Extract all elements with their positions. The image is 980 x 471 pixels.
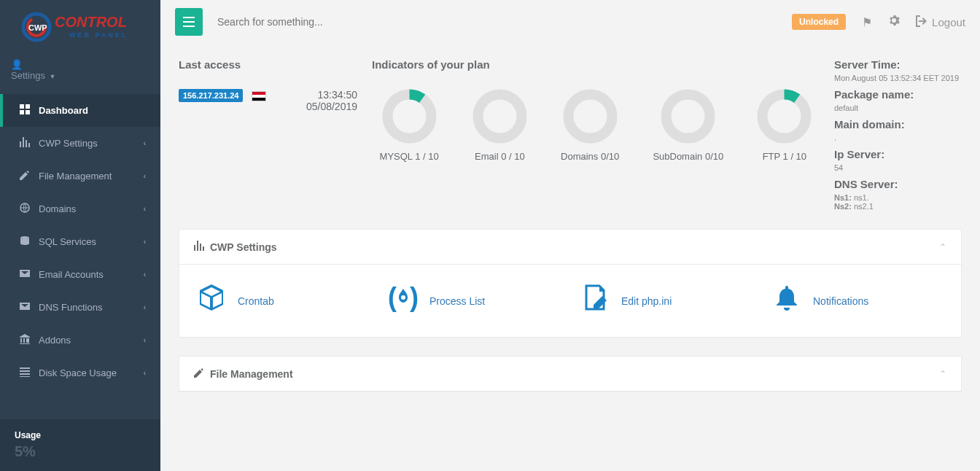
indicators-panel: Indicators of your plan MYSQL 1 / 10Emai…	[372, 58, 820, 211]
mail-icon	[18, 301, 31, 314]
server-time-label: Server Time:	[834, 58, 962, 71]
chevron-left-icon: ‹	[144, 238, 146, 246]
sidebar-item-cwp-settings[interactable]: CWP Settings‹	[0, 127, 160, 160]
gear-icon[interactable]	[888, 15, 900, 29]
indicator-ftp: FTP 1 / 10	[757, 89, 812, 162]
sidebar-item-label: DNS Functions	[39, 302, 102, 313]
mail-icon	[18, 268, 31, 281]
logout-link[interactable]: Logout	[916, 15, 965, 29]
sidebar-item-label: Disk Space Usage	[39, 367, 117, 378]
chart-icon	[194, 241, 204, 253]
chevron-left-icon: ‹	[144, 139, 146, 147]
package-label: Package name:	[834, 88, 962, 101]
ip-server-value: 54	[834, 163, 962, 172]
indicator-email: Email 0 / 10	[472, 89, 527, 162]
file-management-section: File Management ⌃	[179, 356, 962, 392]
chevron-left-icon: ‹	[144, 270, 146, 279]
topbar: Unlocked ⚑ Logout	[160, 0, 980, 44]
indicator-label: MYSQL 1 / 10	[380, 151, 439, 162]
search-input[interactable]	[217, 16, 792, 28]
fire-icon: ()	[386, 283, 421, 319]
bell-icon	[769, 283, 804, 319]
chevron-left-icon: ‹	[144, 205, 146, 213]
sidebar-item-label: File Management	[39, 171, 112, 182]
grid-icon	[18, 104, 31, 117]
svg-text:): )	[410, 283, 419, 312]
sidebar-item-email-accounts[interactable]: Email Accounts‹	[0, 258, 160, 291]
last-access-date: 05/08/2019	[179, 101, 357, 112]
tile-crontab[interactable]: Crontab	[194, 283, 371, 319]
bank-icon	[18, 334, 31, 346]
sidebar-item-label: Addons	[39, 335, 71, 346]
usage-block: Usage 5%	[0, 419, 160, 471]
sidebar: CWP CONTROL WEB PANEL 👤 Settings ▼ Dashb…	[0, 0, 160, 471]
unlocked-badge[interactable]: Unlocked	[792, 14, 846, 30]
sidebar-item-label: Email Accounts	[39, 269, 104, 280]
chevron-down-icon: ▼	[50, 73, 56, 80]
tile-label: Notifications	[813, 295, 868, 307]
flag-icon[interactable]: ⚑	[862, 15, 872, 29]
edit-icon	[18, 170, 31, 182]
dns-server-label: DNS Server:	[834, 178, 962, 190]
indicators-title: Indicators of your plan	[372, 58, 820, 71]
chevron-up-icon: ⌃	[939, 242, 946, 252]
sidebar-item-disk-space-usage[interactable]: Disk Space Usage‹	[0, 357, 160, 389]
indicator-label: Email 0 / 10	[472, 151, 527, 162]
ip-server-label: Ip Server:	[834, 148, 962, 160]
svg-point-13	[666, 95, 710, 139]
sidebar-item-label: Dashboard	[39, 105, 88, 116]
svg-point-7	[387, 95, 431, 139]
indicator-mysql: MYSQL 1 / 10	[380, 89, 439, 162]
svg-text:(: (	[388, 283, 397, 312]
list-icon	[18, 367, 31, 379]
sidebar-item-domains[interactable]: Domains‹	[0, 192, 160, 225]
tile-process-list[interactable]: ()Process List	[386, 283, 563, 319]
tile-label: Edit php.ini	[621, 295, 672, 307]
chevron-left-icon: ‹	[144, 303, 146, 311]
main-domain-label: Main domain:	[834, 118, 962, 131]
svg-point-6	[20, 236, 29, 239]
sidebar-item-label: CWP Settings	[39, 138, 98, 149]
indicator-label: SubDomain 0/10	[653, 151, 723, 162]
indicator-subdomain: SubDomain 0/10	[653, 89, 723, 162]
last-access-title: Last access	[179, 58, 357, 71]
country-flag-icon	[252, 91, 266, 101]
sidebar-item-label: SQL Services	[39, 236, 96, 247]
chevron-up-icon: ⌃	[939, 369, 946, 379]
sidebar-item-dashboard[interactable]: Dashboard	[0, 94, 160, 127]
main-domain-value: .	[834, 133, 962, 142]
hamburger-button[interactable]	[175, 8, 203, 36]
db-icon	[18, 236, 31, 248]
edit-icon	[194, 367, 204, 380]
settings-dropdown[interactable]: 👤 Settings ▼	[0, 53, 160, 87]
logout-icon	[916, 15, 928, 29]
svg-text:CWP: CWP	[28, 23, 47, 32]
sidebar-item-label: Domains	[39, 203, 76, 214]
usage-percent: 5%	[15, 443, 146, 460]
chevron-left-icon: ‹	[144, 172, 146, 180]
svg-text:WEB PANEL: WEB PANEL	[69, 31, 128, 39]
chevron-left-icon: ‹	[144, 336, 146, 344]
logo: CWP CONTROL WEB PANEL	[0, 0, 160, 53]
svg-point-9	[478, 95, 521, 139]
cwp-settings-header[interactable]: CWP Settings ⌃	[179, 230, 961, 265]
indicator-domains: Domains 0/10	[561, 89, 619, 162]
server-time-value: Mon August 05 13:52:34 EET 2019	[834, 74, 962, 82]
sidebar-item-dns-functions[interactable]: DNS Functions‹	[0, 291, 160, 324]
tile-label: Crontab	[238, 295, 274, 307]
sidebar-item-addons[interactable]: Addons‹	[0, 324, 160, 357]
sidebar-item-file-management[interactable]: File Management‹	[0, 160, 160, 192]
tile-edit-php-ini[interactable]: Edit php.ini	[578, 283, 755, 319]
globe-icon	[18, 203, 31, 215]
indicator-label: FTP 1 / 10	[757, 151, 812, 162]
file-management-header[interactable]: File Management ⌃	[179, 357, 961, 392]
sidebar-item-sql-services[interactable]: SQL Services‹	[0, 225, 160, 258]
tile-label: Process List	[429, 295, 485, 307]
tile-notifications[interactable]: Notifications	[769, 283, 946, 319]
indicator-label: Domains 0/10	[561, 151, 619, 162]
svg-point-11	[568, 95, 612, 139]
svg-point-15	[763, 95, 806, 139]
user-icon: 👤	[11, 59, 23, 70]
cube-icon	[194, 283, 229, 319]
search-container	[217, 16, 792, 28]
